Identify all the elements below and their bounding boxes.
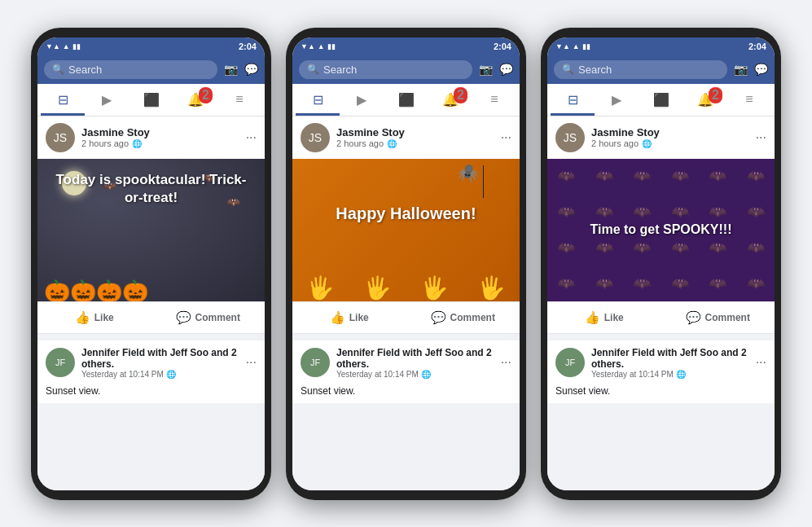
marketplace-icon-1: ⬛ <box>143 92 160 108</box>
like-btn-1[interactable]: 👍 Like <box>37 305 151 330</box>
like-icon-1: 👍 <box>75 310 90 325</box>
menu-icon-1: ≡ <box>235 92 243 107</box>
sunset-text-2: Sunset view. <box>292 385 520 403</box>
comment-icon-3: 💬 <box>686 310 701 325</box>
menu-icon-2: ≡ <box>490 92 498 107</box>
status-bar-1: ▼▲ ▲ ▮▮ 2:04 <box>37 37 265 55</box>
sunset-header-1: JF Jennifer Field with Jeff Soo and 2 ot… <box>37 340 265 385</box>
tab-home-3[interactable]: ⊟ <box>551 84 595 116</box>
camera-icon-1[interactable]: 📷 <box>224 63 238 76</box>
author-avatar-2: JS <box>301 123 330 152</box>
post-header-3: JS Jasmine Stoy 2 hours ago 🌐 ··· <box>547 116 775 159</box>
tab-menu-2[interactable]: ≡ <box>472 84 516 116</box>
home-icon-2: ⊟ <box>313 92 323 108</box>
tab-video-1[interactable]: ▶ <box>85 84 129 116</box>
post-meta-3: Jasmine Stoy 2 hours ago 🌐 <box>591 126 749 148</box>
post-time-2: 2 hours ago 🌐 <box>336 138 494 148</box>
tab-menu-1[interactable]: ≡ <box>217 84 261 116</box>
post-more-3[interactable]: ··· <box>756 130 766 145</box>
avatar-img-3: JS <box>555 123 585 152</box>
mummy-3: 🖐 <box>420 274 449 301</box>
search-bar-2: 🔍 Search 📷 💬 <box>292 55 520 84</box>
sunset-more-2[interactable]: ··· <box>501 355 511 370</box>
halloween-post-text-3: Time to get SPOOKY!!! <box>578 222 744 239</box>
sunset-meta-1: Jennifer Field with Jeff Soo and 2 other… <box>81 347 239 379</box>
halloween-post-text-1: Today is spooktacular! Trick-or-treat! <box>47 171 255 239</box>
status-time-3: 2:04 <box>748 42 766 51</box>
like-icon-3: 👍 <box>585 310 600 325</box>
sunset-more-3[interactable]: ··· <box>756 355 766 370</box>
sunset-post-1: JF Jennifer Field with Jeff Soo and 2 ot… <box>37 340 265 403</box>
search-wrap-1[interactable]: 🔍 Search <box>44 60 217 79</box>
author-avatar-1: JS <box>46 123 75 152</box>
tab-home-2[interactable]: ⊟ <box>296 84 340 116</box>
tab-video-2[interactable]: ▶ <box>340 84 384 116</box>
notification-badge-2: 2 <box>454 87 467 103</box>
sunset-post-3: JF Jennifer Field with Jeff Soo and 2 ot… <box>547 340 775 403</box>
phone-3: ▼▲ ▲ ▮▮ 2:04 🔍 Search 📷 💬 ⊟ <box>541 28 781 500</box>
spider-web-2: 🕷️ <box>457 163 479 184</box>
sunset-more-1[interactable]: ··· <box>246 355 257 370</box>
post-more-1[interactable]: ··· <box>246 130 257 145</box>
comment-btn-1[interactable]: 💬 Comment <box>151 305 266 330</box>
battery-icon-2: ▮▮ <box>327 42 336 51</box>
messenger-icon-3[interactable]: 💬 <box>754 63 768 76</box>
halloween-post-1: JS Jasmine Stoy 2 hours ago 🌐 ··· <box>37 116 265 334</box>
like-btn-3[interactable]: 👍 Like <box>547 305 661 330</box>
tab-notifications-1[interactable]: 🔔 2 <box>173 84 217 116</box>
nav-tabs-3: ⊟ ▶ ⬛ 🔔 2 ≡ <box>547 84 775 116</box>
feed-2: JS Jasmine Stoy 2 hours ago 🌐 ··· <box>292 116 520 490</box>
search-bar-3: 🔍 Search 📷 💬 <box>547 55 775 84</box>
search-label-3: Search <box>578 64 612 76</box>
halloween-post-text-2: Happy Halloween! <box>336 203 476 257</box>
action-bar-3: 👍 Like 💬 Comment <box>547 301 775 334</box>
tab-notifications-2[interactable]: 🔔 2 <box>428 84 472 116</box>
search-wrap-2[interactable]: 🔍 Search <box>299 60 472 79</box>
wifi-icon-3: ▲ <box>573 42 580 51</box>
mummy-4: 🖐 <box>477 274 506 301</box>
messenger-icon-2[interactable]: 💬 <box>499 63 513 76</box>
camera-icon-3[interactable]: 📷 <box>734 63 748 76</box>
feed-3: JS Jasmine Stoy 2 hours ago 🌐 ··· <box>547 116 775 490</box>
tab-marketplace-3[interactable]: ⬛ <box>639 84 683 116</box>
tab-video-3[interactable]: ▶ <box>595 84 639 116</box>
tab-menu-3[interactable]: ≡ <box>727 84 771 116</box>
phones-container: ▼▲ ▲ ▮▮ 2:04 🔍 Search 📷 💬 <box>15 11 797 516</box>
sunset-globe-2: 🌐 <box>421 370 431 379</box>
search-label-2: Search <box>323 64 357 76</box>
camera-icon-2[interactable]: 📷 <box>479 63 493 76</box>
tab-marketplace-2[interactable]: ⬛ <box>384 84 428 116</box>
status-icons-2: ▼▲ ▲ ▮▮ <box>301 42 336 51</box>
like-btn-2[interactable]: 👍 Like <box>292 305 406 330</box>
comment-btn-3[interactable]: 💬 Comment <box>661 305 775 330</box>
search-wrap-3[interactable]: 🔍 Search <box>554 60 727 79</box>
post-header-1: JS Jasmine Stoy 2 hours ago 🌐 ··· <box>37 116 265 159</box>
post-header-2: JS Jasmine Stoy 2 hours ago 🌐 ··· <box>292 116 520 159</box>
tab-home-1[interactable]: ⊟ <box>41 84 85 116</box>
mummy-hands-2: 🖐 🖐 🖐 🖐 <box>292 274 520 301</box>
author-avatar-3: JS <box>555 123 585 152</box>
notification-badge-1: 2 <box>199 87 213 103</box>
status-bar-3: ▼▲ ▲ ▮▮ 2:04 <box>547 37 775 55</box>
phone-1: ▼▲ ▲ ▮▮ 2:04 🔍 Search 📷 💬 <box>31 28 271 500</box>
comment-icon-1: 💬 <box>176 310 191 325</box>
post-more-2[interactable]: ··· <box>501 130 511 145</box>
tab-marketplace-1[interactable]: ⬛ <box>129 84 173 116</box>
tab-notifications-3[interactable]: 🔔 2 <box>683 84 727 116</box>
search-label-1: Search <box>68 64 102 76</box>
battery-icon-1: ▮▮ <box>72 42 81 51</box>
marketplace-icon-2: ⬛ <box>398 92 415 108</box>
action-bar-2: 👍 Like 💬 Comment <box>292 301 520 334</box>
messenger-icon-1[interactable]: 💬 <box>244 63 258 76</box>
post-author-3: Jasmine Stoy <box>591 126 749 138</box>
home-icon-1: ⊟ <box>58 92 68 108</box>
phone-3-screen: ▼▲ ▲ ▮▮ 2:04 🔍 Search 📷 💬 ⊟ <box>547 37 775 490</box>
video-icon-3: ▶ <box>612 92 621 108</box>
comment-btn-2[interactable]: 💬 Comment <box>406 305 520 330</box>
search-actions-2: 📷 💬 <box>479 63 513 76</box>
pumpkin-3: 🎃 <box>96 280 122 301</box>
avatar-img-1: JS <box>46 123 75 152</box>
sunset-header-3: JF Jennifer Field with Jeff Soo and 2 ot… <box>547 340 775 385</box>
sunset-globe-1: 🌐 <box>166 370 176 379</box>
home-icon-3: ⊟ <box>568 92 578 108</box>
